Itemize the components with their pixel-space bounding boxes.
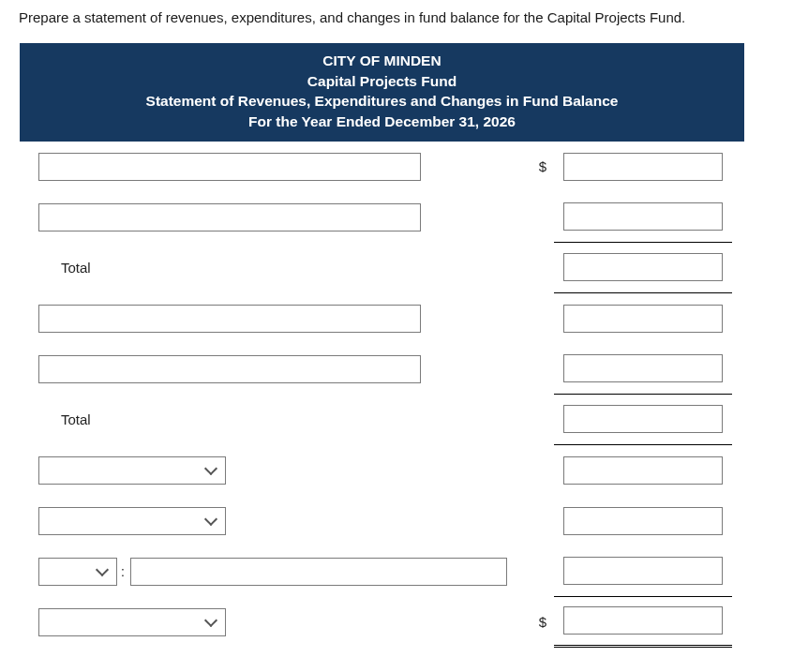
header-period: For the Year Ended December 31, 2026 — [20, 112, 744, 132]
worksheet-table: CITY OF MINDEN Capital Projects Fund Sta… — [19, 42, 745, 649]
revenue-total-amount-input[interactable] — [563, 253, 723, 281]
instruction-text: Prepare a statement of revenues, expendi… — [19, 9, 793, 25]
expenditure-row-1 — [20, 293, 744, 344]
expenditure-total-row: Total — [20, 395, 744, 445]
calc-3-select-wrap — [38, 558, 117, 586]
expenditure-1-desc-input[interactable] — [38, 305, 421, 333]
header-statement-title: Statement of Revenues, Expenditures and … — [20, 91, 744, 112]
calc-3-amount-input[interactable] — [563, 557, 723, 585]
header-fund: Capital Projects Fund — [20, 71, 744, 92]
calc-3-select[interactable] — [39, 559, 116, 585]
calc-1-amount-input[interactable] — [563, 456, 723, 485]
calc-1-select-wrap — [38, 456, 226, 485]
calc-row-1 — [20, 445, 744, 496]
statement-header: CITY OF MINDEN Capital Projects Fund Sta… — [20, 43, 744, 142]
revenue-2-desc-input[interactable] — [38, 203, 421, 231]
expenditure-total-amount-input[interactable] — [563, 405, 723, 433]
expenditure-row-2 — [20, 344, 744, 395]
calc-row-3: : — [20, 546, 744, 597]
revenue-1-amount-input[interactable] — [563, 153, 723, 181]
revenue-1-desc-input[interactable] — [38, 153, 421, 181]
revenue-row-2 — [20, 192, 744, 243]
final-select-wrap — [38, 608, 226, 636]
final-row: $ — [20, 597, 744, 648]
calc-2-select[interactable] — [39, 508, 225, 534]
expenditure-1-amount-input[interactable] — [563, 305, 723, 333]
calc-row-2 — [20, 496, 744, 546]
total-label-1: Total — [38, 260, 91, 276]
expenditure-2-desc-input[interactable] — [38, 355, 421, 383]
dollar-sign-final: $ — [526, 597, 554, 648]
calc-2-select-wrap — [38, 507, 226, 535]
revenue-row-1: $ — [20, 142, 744, 192]
colon-label: : — [121, 564, 125, 579]
revenue-total-row: Total — [20, 243, 744, 293]
calc-2-amount-input[interactable] — [563, 507, 723, 535]
calc-3-desc-input[interactable] — [130, 558, 507, 586]
total-label-2: Total — [38, 411, 91, 427]
final-amount-input[interactable] — [563, 606, 723, 635]
dollar-sign: $ — [526, 142, 554, 192]
header-city: CITY OF MINDEN — [20, 51, 744, 71]
revenue-2-amount-input[interactable] — [563, 202, 723, 231]
expenditure-2-amount-input[interactable] — [563, 354, 723, 382]
final-select[interactable] — [39, 609, 225, 635]
calc-1-select[interactable] — [39, 457, 225, 484]
